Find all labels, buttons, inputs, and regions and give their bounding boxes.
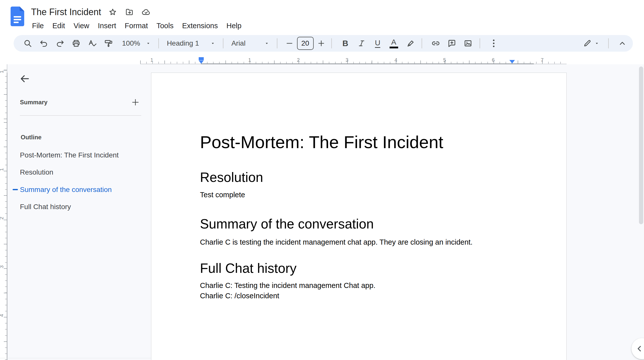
menu-tools[interactable]: Tools [152, 21, 178, 30]
summary-divider [20, 115, 141, 116]
formatting-toolbar: 100% Heading 1 Arial 20 B U [14, 35, 633, 52]
paint-format-button[interactable] [101, 36, 115, 50]
ruler-number: 6 [492, 57, 494, 63]
text-color-swatch [390, 47, 398, 48]
doc-heading-resolution[interactable]: Resolution [200, 170, 263, 185]
zoom-value: 100% [119, 39, 140, 47]
paragraph-style-value: Heading 1 [163, 39, 199, 47]
outline-item[interactable]: Post-Mortem: The First Incident [20, 151, 119, 159]
more-toolbar-options-button[interactable] [487, 36, 501, 50]
doc-heading-summary[interactable]: Summary of the conversation [200, 216, 374, 232]
toolbar-divider [277, 38, 277, 48]
outline-sidebar: Summary Outline Post-Mortem: The First I… [0, 64, 145, 360]
right-indent-marker[interactable] [509, 60, 515, 63]
menu-view[interactable]: View [69, 21, 94, 30]
font-family-value: Arial [228, 39, 246, 47]
hide-menus-button[interactable] [615, 36, 629, 50]
outline-item-active[interactable]: Summary of the conversation [20, 185, 112, 194]
menu-file[interactable]: File [28, 21, 48, 30]
bold-glyph: B [342, 39, 348, 48]
toolbar-divider [223, 38, 223, 48]
toolbar-divider [158, 38, 159, 48]
menu-bar: File Edit View Insert Format Tools Exten… [28, 21, 246, 30]
summary-label: Summary [20, 99, 47, 106]
style-caret-icon [210, 41, 215, 46]
font-family-select[interactable]: Arial [228, 36, 272, 50]
outline-label: Outline [21, 134, 42, 141]
menu-insert[interactable]: Insert [94, 21, 121, 30]
ruler-number: 1 [248, 57, 251, 63]
zoom-caret-icon [146, 41, 151, 46]
doc-heading-full-chat[interactable]: Full Chat history [200, 260, 297, 276]
text-color-glyph: A [391, 38, 396, 46]
docs-logo-icon[interactable] [11, 7, 24, 26]
ruler-margin-line [201, 63, 534, 64]
add-summary-button[interactable] [130, 96, 141, 108]
ruler-number: 7 [541, 57, 543, 63]
doc-paragraph[interactable]: Charlie C is testing the incident manage… [200, 238, 473, 247]
doc-paragraph[interactable]: Charlie C: Testing the incident manageme… [200, 281, 375, 290]
star-icon[interactable] [108, 8, 117, 17]
highlight-color-button[interactable] [403, 36, 417, 50]
menu-format[interactable]: Format [121, 21, 152, 30]
underline-bar [375, 47, 380, 48]
vertical-scrollbar[interactable] [639, 67, 643, 224]
underline-glyph: U [375, 39, 380, 47]
doc-paragraph[interactable]: Charlie C: /closeIncident [200, 291, 279, 300]
ruler-number: 4 [394, 57, 397, 63]
paragraph-style-select[interactable]: Heading 1 [163, 36, 218, 50]
italic-button[interactable] [355, 36, 369, 50]
first-line-indent-marker[interactable] [199, 57, 204, 60]
document-title[interactable]: The First Incident [31, 7, 101, 17]
outline-item[interactable]: Full Chat history [20, 203, 71, 211]
font-size-input[interactable]: 20 [297, 37, 314, 50]
ruler-number: 2 [297, 57, 300, 63]
insert-image-button[interactable] [461, 36, 475, 50]
decrease-font-size-button[interactable] [284, 36, 295, 50]
canvas-bottom-divider [0, 358, 151, 358]
kebab-icon [493, 40, 494, 47]
spell-check-button[interactable] [85, 36, 99, 50]
move-folder-icon[interactable] [125, 8, 134, 17]
text-color-button[interactable]: A [387, 36, 401, 50]
menu-edit[interactable]: Edit [48, 21, 69, 30]
menu-extensions[interactable]: Extensions [178, 21, 222, 30]
left-indent-marker[interactable] [199, 60, 204, 64]
undo-button[interactable] [37, 36, 51, 50]
add-comment-button[interactable] [445, 36, 459, 50]
toolbar-divider [331, 38, 332, 48]
increase-font-size-button[interactable] [316, 36, 327, 50]
bold-button[interactable]: B [338, 36, 353, 50]
editing-mode-button[interactable] [578, 36, 604, 50]
redo-button[interactable] [53, 36, 67, 50]
font-caret-icon [264, 41, 269, 46]
search-menus-button[interactable] [21, 36, 35, 50]
outline-item[interactable]: Resolution [20, 168, 53, 177]
cloud-saved-icon[interactable] [141, 8, 151, 17]
menu-help[interactable]: Help [222, 21, 246, 30]
close-outline-button[interactable] [16, 70, 34, 88]
document-page[interactable]: Post-Mortem: The First Incident Resoluti… [151, 73, 567, 360]
google-docs-window: The First Incident File Edit View Insert… [0, 0, 644, 360]
doc-paragraph[interactable]: Test complete [200, 190, 245, 199]
editing-mode-caret-icon [594, 41, 599, 46]
active-outline-indicator [13, 189, 18, 190]
horizontal-ruler: 1 1 2 3 4 5 6 7 [140, 57, 567, 64]
ruler-number: 3 [345, 57, 348, 63]
ruler-number: 1 [150, 57, 153, 63]
app-header: The First Incident File Edit View Insert… [0, 0, 644, 33]
insert-link-button[interactable] [429, 36, 443, 50]
doc-heading-title[interactable]: Post-Mortem: The First Incident [200, 132, 443, 152]
toolbar-divider [422, 38, 422, 48]
zoom-select[interactable]: 100% [119, 36, 154, 50]
document-title-row: The First Incident [31, 7, 151, 18]
toolbar-divider [480, 38, 480, 48]
ruler-number: 5 [443, 57, 446, 63]
toolbar-divider [608, 38, 609, 48]
print-button[interactable] [69, 36, 83, 50]
underline-button[interactable]: U [371, 36, 385, 50]
